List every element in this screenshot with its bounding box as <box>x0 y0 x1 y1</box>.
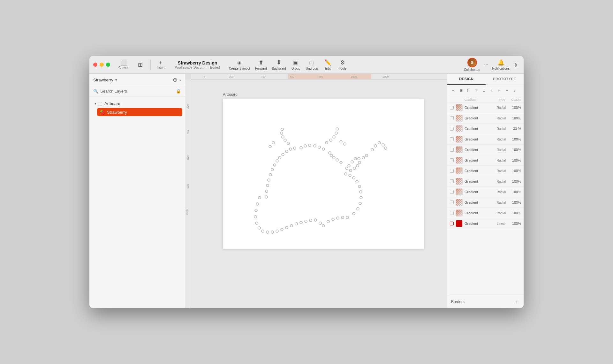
minimize-button[interactable] <box>100 63 104 67</box>
grid-view-button[interactable]: ⊞ <box>132 61 148 69</box>
artboard-name: Artboard <box>104 101 120 106</box>
svg-point-6 <box>261 230 264 232</box>
svg-point-78 <box>272 141 275 144</box>
distribute-v-btn[interactable]: ⊨ <box>496 87 503 94</box>
flip-h-btn[interactable]: ↔ <box>503 87 511 94</box>
artboard-canvas[interactable] <box>223 99 424 249</box>
fill-swatch-8[interactable] <box>456 178 463 185</box>
ruler-label-600: 600 <box>290 75 294 78</box>
maximize-button[interactable] <box>106 63 110 67</box>
fill-checkbox-1[interactable] <box>450 106 454 110</box>
fill-swatch-5[interactable] <box>456 146 463 153</box>
toolbar-divider-1 <box>150 60 151 70</box>
svg-point-66 <box>273 164 276 166</box>
ruler-h-inner: 0 200 400 600 800 1'000 1'200 <box>191 74 447 79</box>
fill-checkbox-2[interactable] <box>450 116 454 120</box>
ruler-label-1200: 1'200 <box>382 75 389 78</box>
artboard-row[interactable]: ▾ ⬚ Artboard <box>92 99 182 108</box>
tab-design[interactable]: DESIGN <box>447 74 486 85</box>
fill-type-1: Gradient <box>465 106 493 110</box>
fill-swatch-6[interactable] <box>456 157 463 164</box>
close-button[interactable] <box>93 63 97 67</box>
distribute-h-btn[interactable]: ⊧ <box>488 87 495 94</box>
user-avatar[interactable]: S <box>467 58 477 67</box>
fill-swatch-9[interactable] <box>456 188 463 195</box>
fill-swatch-12[interactable] <box>456 220 463 227</box>
add-border-button[interactable]: ＋ <box>514 298 520 306</box>
fill-row-1[interactable]: Gradient Radial 100% <box>447 102 524 113</box>
tools-button[interactable]: ⚙ Tools <box>335 58 350 72</box>
fill-checkbox-8[interactable] <box>450 179 454 183</box>
title-bar: ⬜ Canvas ⊞ ＋ Insert Strawberry Design Wo… <box>89 56 524 74</box>
fill-row-8[interactable]: Gradient Radial 100% <box>447 176 524 187</box>
collaborate-button[interactable]: S Collaborate <box>461 57 483 73</box>
ungroup-button[interactable]: ⬚ Ungroup <box>303 58 321 72</box>
align-left-btn[interactable]: ≡ <box>450 87 457 94</box>
fill-row-10[interactable]: Gradient Radial 100% <box>447 197 524 208</box>
fill-opacity-11: 100% <box>510 211 521 215</box>
more-button[interactable]: ··· <box>483 61 489 69</box>
fill-swatch-4[interactable] <box>456 136 463 143</box>
fill-swatch-7[interactable] <box>456 167 463 174</box>
svg-point-7 <box>266 231 269 233</box>
group-label: Group <box>291 67 300 70</box>
fill-checkbox-4[interactable] <box>450 137 454 141</box>
align-center-h-btn[interactable]: ⊟ <box>458 87 465 94</box>
edit-button[interactable]: ✏️ Edit <box>321 58 335 72</box>
fill-type-5: Gradient <box>465 148 493 152</box>
align-center-v-btn[interactable]: ⊥ <box>481 87 488 94</box>
app-subtitle: Workspace Docu... — Edited <box>175 65 220 69</box>
svg-point-32 <box>352 177 355 179</box>
fill-type-8: Gradient <box>465 179 493 183</box>
backward-button[interactable]: ⬇ Backward <box>269 58 289 72</box>
canvas-button[interactable]: ⬜ Canvas <box>115 58 132 71</box>
canvas-content: Artboard <box>191 80 447 308</box>
notifications-button[interactable]: 🔔 Notifications <box>490 58 512 72</box>
flip-v-btn[interactable]: ↕ <box>511 87 518 94</box>
fill-checkbox-10[interactable] <box>450 201 454 204</box>
insert-button[interactable]: ＋ Insert <box>153 58 169 71</box>
fill-checkbox-6[interactable] <box>450 158 454 162</box>
fill-swatch-2[interactable] <box>456 115 463 122</box>
svg-point-31 <box>356 180 358 183</box>
expand-icon: ⟫ <box>515 62 517 67</box>
fill-row-12[interactable]: Gradient Linear 100% <box>447 218 524 229</box>
fill-checkbox-5[interactable] <box>450 148 454 152</box>
forward-icon: ⬆ <box>259 59 263 66</box>
fill-row-7[interactable]: Gradient Radial 100% <box>447 166 524 176</box>
fill-row-2[interactable]: Gradient Radial 100% <box>447 113 524 124</box>
group-button[interactable]: ▣ Group <box>289 58 303 72</box>
search-input[interactable] <box>100 89 174 94</box>
ungroup-label: Ungroup <box>306 67 318 70</box>
create-symbol-button[interactable]: ◈ Create Symbol <box>226 58 253 72</box>
fill-swatch-10[interactable] <box>456 199 463 206</box>
tab-prototype[interactable]: PROTOTYPE <box>486 74 524 85</box>
align-right-btn[interactable]: ⊢ <box>465 87 472 94</box>
fill-swatch-1[interactable] <box>456 104 463 111</box>
fill-row-3[interactable]: Gradient Radial 33 % <box>447 124 524 134</box>
notifications-label: Notifications <box>492 67 510 70</box>
page-name: Strawberry <box>93 78 113 82</box>
forward-button[interactable]: ⬆ Forward <box>253 58 269 72</box>
align-top-btn[interactable]: ⊤ <box>473 87 480 94</box>
strawberry-layer-item[interactable]: 🍓 Strawberry <box>97 108 182 116</box>
fill-row-6[interactable]: Gradient Radial 100% <box>447 155 524 166</box>
fill-checkbox-9[interactable] <box>450 190 454 194</box>
fill-row-4[interactable]: Gradient Radial 100% <box>447 134 524 145</box>
svg-point-38 <box>358 161 361 164</box>
fill-checkbox-3[interactable] <box>450 127 454 131</box>
fill-type-7: Gradient <box>465 169 493 173</box>
fill-checkbox-7[interactable] <box>450 169 454 173</box>
fill-row-5[interactable]: Gradient Radial 100% <box>447 145 524 155</box>
fill-row-9[interactable]: Gradient Radial 100% <box>447 187 524 197</box>
svg-point-74 <box>284 139 286 141</box>
page-chevron-icon[interactable]: ▾ <box>115 78 117 82</box>
fill-swatch-11[interactable] <box>456 209 463 216</box>
expand-button[interactable]: ⟫ <box>512 61 520 69</box>
panel-expand-icon[interactable]: › <box>179 77 181 82</box>
fill-checkbox-11[interactable] <box>450 211 454 215</box>
add-page-button[interactable]: ⊕ <box>173 76 178 83</box>
fill-checkbox-12[interactable] <box>450 222 454 225</box>
fill-row-11[interactable]: Gradient Radial 100% <box>447 208 524 218</box>
fill-swatch-3[interactable] <box>456 125 463 132</box>
